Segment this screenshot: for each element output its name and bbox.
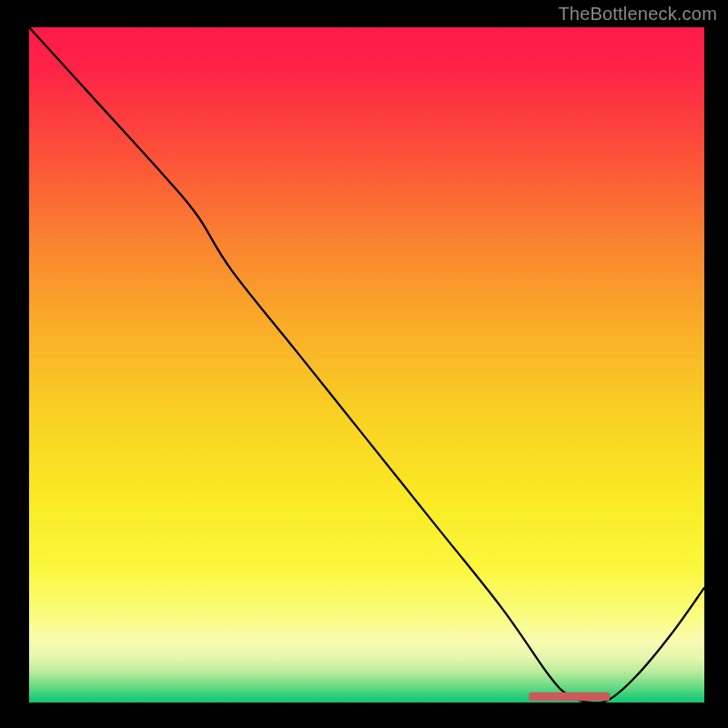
- bottleneck-chart: [29, 27, 704, 703]
- chart-frame: TheBottleneck.com: [0, 0, 728, 728]
- attribution-label: TheBottleneck.com: [558, 4, 717, 25]
- optimal-range-marker: [529, 693, 610, 701]
- plot-area: [29, 27, 704, 703]
- gradient-background: [29, 27, 704, 703]
